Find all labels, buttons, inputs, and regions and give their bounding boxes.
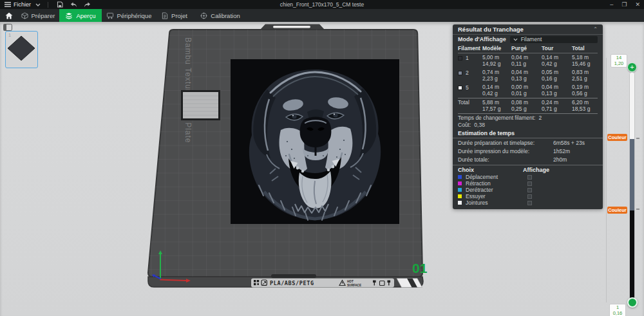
- legend-color-swatch: [458, 175, 462, 179]
- tab-label: Aperçu: [76, 12, 95, 19]
- filament-change-line: Temps de changement filament: 2: [453, 114, 603, 121]
- add-layer-marker-button[interactable]: +: [627, 62, 637, 72]
- table-row: 2 0,74 m2,23 g 0,04 m0,13 g 0,05 m0,16 g…: [458, 68, 598, 83]
- tab-label: Calibration: [211, 12, 240, 19]
- table-total-row: Total 5,88 m17,57 g 0,08 m0,25 g 0,24 m0…: [458, 98, 598, 114]
- tab-calibration[interactable]: Calibration: [196, 9, 245, 22]
- tab-label: Périphérique: [117, 12, 152, 19]
- tab-preview[interactable]: Aperçu: [59, 9, 102, 22]
- panel-title: Résultat du Tranchage: [458, 26, 524, 33]
- home-icon: [5, 12, 13, 19]
- legend-row: Déplacement: [453, 174, 603, 180]
- layer-range-line: [606, 58, 607, 302]
- device-icon: [106, 12, 114, 19]
- display-mode-select[interactable]: Filament: [510, 36, 598, 43]
- svg-text:HOT: HOT: [347, 280, 354, 283]
- legend-row: Rétraction: [453, 180, 603, 187]
- col-total: Total: [572, 45, 598, 51]
- time-row: Durée impression du modèle: 1h52m: [453, 147, 603, 155]
- slider-segment-top: [630, 73, 634, 139]
- prepare-icon: [21, 12, 28, 19]
- titlebar-divider: [48, 2, 48, 8]
- col-model: Modèle: [482, 45, 511, 51]
- time-row: Durée totale: 2h0m: [453, 155, 603, 163]
- tab-label: Préparer: [32, 12, 55, 19]
- legend-checkbox[interactable]: [527, 175, 532, 180]
- window-title: chien_Front_170x170_5_CM teste: [0, 1, 644, 8]
- legend-row: Jointures: [453, 200, 603, 206]
- save-icon: [57, 1, 63, 8]
- time-row: Durée préparation et timelapse: 6m58s + …: [453, 138, 603, 147]
- legend-color-swatch: [458, 201, 462, 205]
- titlebar: Fichier chien_Front_170x170_5_CM teste –…: [0, 0, 644, 9]
- legend-checkbox[interactable]: [527, 188, 532, 192]
- tab-device[interactable]: Périphérique: [103, 9, 155, 22]
- legend-color-swatch: [458, 194, 462, 198]
- undo-icon: [70, 2, 77, 8]
- project-icon: [162, 12, 168, 19]
- plate-handle: [260, 24, 325, 30]
- legend-color-swatch: [458, 181, 462, 185]
- color-change-badge[interactable]: Couleur: [607, 207, 627, 214]
- calibration-icon: [200, 12, 207, 19]
- legend-row: Derétracter: [453, 187, 603, 193]
- minimize-button[interactable]: –: [610, 0, 613, 9]
- layer-slider-track[interactable]: [629, 72, 635, 302]
- filament-color-swatch: [458, 71, 462, 75]
- chevron-down-icon: [513, 38, 518, 41]
- plate-thumbnail[interactable]: 1: [5, 31, 38, 68]
- model-dog-image[interactable]: [231, 59, 399, 224]
- slider-segment-bottom: [630, 210, 634, 302]
- hamburger-icon: [5, 2, 11, 7]
- viewport-3d[interactable]: Bambu Textured PEI Plate PLA/ABS/PETG HO…: [0, 22, 644, 316]
- panel-collapse-icon[interactable]: ⌃: [593, 26, 598, 32]
- legend-row: Essuyer: [453, 193, 603, 200]
- save-button[interactable]: [55, 1, 64, 8]
- tab-home[interactable]: [1, 9, 17, 22]
- purge-object[interactable]: [181, 90, 220, 120]
- redo-icon: [84, 2, 91, 8]
- color-change-badge[interactable]: Couleur: [607, 134, 627, 141]
- tab-label: Projet: [171, 12, 187, 19]
- undo-button[interactable]: [69, 1, 78, 8]
- cost-line: Coût: 0,38: [453, 121, 603, 128]
- preview-icon: [65, 12, 73, 19]
- plate-materials-text: PLA/ABS/PETG: [270, 280, 314, 286]
- slider-tick: [636, 138, 639, 139]
- legend-checkbox[interactable]: [527, 194, 532, 199]
- file-menu-label: Fichier: [14, 1, 31, 8]
- filament-color-swatch: [458, 56, 462, 60]
- table-row: 5 0,14 m0,42 g 0,00 m0,01 g 0,04 m0,13 g…: [458, 83, 598, 98]
- display-mode-label: Mode d'Affichage: [458, 36, 506, 42]
- main-tabbar: Préparer Aperçu Périphérique Projet Cali…: [0, 9, 644, 22]
- display-mode-value: Filament: [521, 36, 542, 42]
- legend-checkbox[interactable]: [527, 181, 532, 186]
- filament-table: Filament Modèle Purgé Tour Total 1 5,00 …: [453, 44, 603, 114]
- svg-text:SURFACE: SURFACE: [347, 284, 361, 287]
- col-purge: Purgé: [511, 45, 542, 51]
- file-menu[interactable]: Fichier: [5, 1, 31, 8]
- slider-top-label: 14 1,20: [611, 54, 627, 68]
- restore-button[interactable]: ❐: [621, 0, 627, 9]
- tab-prepare[interactable]: Préparer: [18, 9, 58, 22]
- plate-thumbnail-index: 1: [8, 32, 11, 38]
- sidebar-collapse-icon[interactable]: [3, 24, 12, 31]
- legend-checkbox[interactable]: [527, 201, 532, 205]
- col-tower: Tour: [542, 45, 572, 51]
- slider-tick: [636, 209, 639, 210]
- slicing-result-panel: Résultat du Tranchage ⌃ Mode d'Affichage…: [453, 24, 603, 209]
- legend-color-swatch: [458, 188, 462, 192]
- time-estimation-title: Estimation de temps: [453, 129, 603, 138]
- slider-segment-middle: [630, 139, 634, 210]
- table-row: 1 5,00 m14,92 g 0,04 m0,11 g 0,14 m0,42 …: [458, 53, 598, 68]
- legend-header: Choix Affichage: [453, 165, 603, 174]
- chevron-down-icon[interactable]: [35, 3, 41, 6]
- layer-slider-handle[interactable]: [627, 297, 638, 308]
- close-button[interactable]: ✕: [635, 0, 640, 9]
- col-filament: Filament: [458, 45, 482, 51]
- slider-bottom-label: 1 0,16: [609, 304, 626, 316]
- filament-color-swatch: [458, 86, 462, 90]
- redo-button[interactable]: [82, 1, 91, 8]
- tab-project[interactable]: Projet: [157, 9, 192, 22]
- plate-number: 01: [412, 261, 428, 275]
